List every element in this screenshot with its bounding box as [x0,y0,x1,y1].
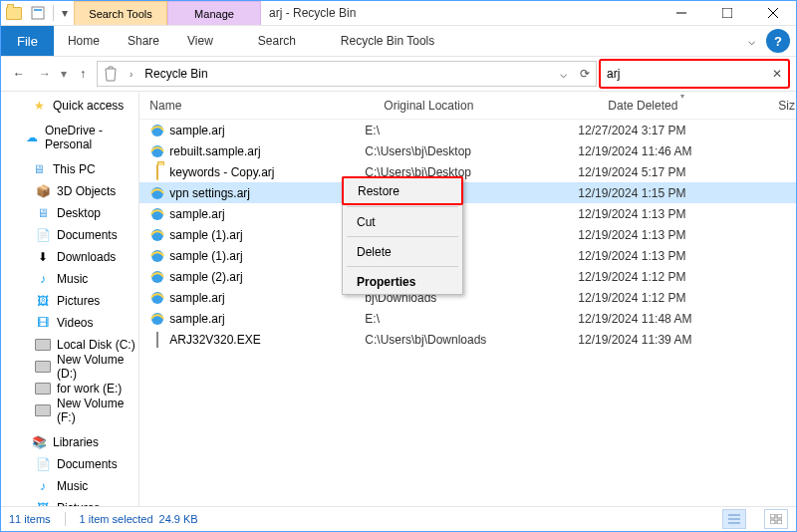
ctx-cut[interactable]: Cut [343,209,462,234]
file-tab[interactable]: File [1,26,54,56]
properties-quick-icon[interactable] [29,4,47,22]
sidebar-pictures[interactable]: 🖼Pictures [1,290,138,312]
details-view-button[interactable] [722,509,746,529]
file-row[interactable]: sample (1).arjbj\Downloads12/19/2024 1:1… [139,245,796,266]
refresh-icon[interactable]: ⟳ [574,63,596,85]
file-row[interactable]: sample.arjE:\12/27/2024 3:17 PM [139,120,796,140]
status-item-count: 11 items [9,513,51,525]
this-pc[interactable]: 🖥This PC [1,158,138,180]
search-ribbon-tab[interactable]: Search [227,26,327,56]
sidebar-desktop[interactable]: 🖥Desktop [1,202,138,224]
onedrive[interactable]: ☁OneDrive - Personal [1,127,138,148]
expand-ribbon-icon[interactable]: ⌵ [736,26,766,56]
file-row[interactable]: sample (2).arjbj\Downloads12/19/2024 1:1… [139,266,796,287]
svg-rect-3 [722,8,732,18]
sidebar-new-volume-f[interactable]: New Volume (F:) [1,399,138,421]
share-tab[interactable]: Share [114,26,173,56]
file-row[interactable]: vpn settings.arjE:\12/19/2024 1:15 PM [139,182,796,203]
file-name: sample (2).arj [167,270,365,284]
svg-rect-18 [770,514,775,518]
address-dropdown-icon[interactable]: ⌵ [552,63,574,85]
file-row[interactable]: rebuilt.sample.arjC:\Users\bj\Desktop12/… [139,140,796,161]
file-row[interactable]: ARJ32V320.EXEC:\Users\bj\Downloads12/19/… [139,329,796,350]
recycle-bin-icon [102,65,120,83]
history-dropdown-icon[interactable]: ▾ [59,62,69,86]
file-original-location: E:\ [365,124,578,137]
ie-icon [149,123,165,138]
status-selected-count: 1 item selected [80,513,153,525]
forward-button[interactable]: → [33,62,57,86]
file-name: rebuilt.sample.arj [167,144,365,158]
qat-dropdown-icon[interactable]: ▾ [60,4,70,22]
sort-desc-icon: ▾ [680,92,684,101]
ctx-restore[interactable]: Restore [342,176,463,205]
ie-icon [149,227,165,243]
file-name: ARJ32V320.EXE [167,333,365,347]
recycle-bin-tools-tab[interactable]: Recycle Bin Tools [327,26,449,56]
file-row[interactable]: sample.arj12/19/2024 1:13 PM [139,203,796,224]
quick-access[interactable]: ★Quick access [1,95,138,117]
col-name[interactable]: Name [139,93,374,119]
file-name: sample (1).arj [167,249,365,263]
search-input[interactable] [605,64,770,84]
sidebar-documents[interactable]: 📄Documents [1,224,138,246]
view-tab[interactable]: View [173,26,227,56]
address-bar[interactable]: › Recycle Bin ⌵ ⟳ [97,61,597,87]
ctx-properties[interactable]: Properties [343,269,462,294]
col-size[interactable]: Siz [768,93,796,119]
manage-tab[interactable]: Manage [167,1,261,25]
file-row[interactable]: sample.arjE:\12/19/2024 11:48 AM [139,308,796,329]
sidebar-music[interactable]: ♪Music [1,268,138,290]
file-name: sample.arj [167,207,365,221]
file-date-deleted: 12/19/2024 1:13 PM [578,249,737,263]
file-date-deleted: 12/19/2024 1:12 PM [578,291,737,305]
file-name: sample (1).arj [167,228,365,242]
close-button[interactable] [750,1,796,25]
file-date-deleted: 12/27/2024 3:17 PM [578,124,737,137]
help-icon[interactable]: ? [766,29,790,53]
maximize-button[interactable] [704,1,750,25]
sidebar-3d-objects[interactable]: 📦3D Objects [1,180,138,202]
file-date-deleted: 12/19/2024 5:17 PM [578,165,737,179]
breadcrumb-recycle-bin[interactable]: Recycle Bin [138,67,213,81]
clear-search-icon[interactable]: ✕ [770,67,784,81]
search-box[interactable]: ✕ [599,59,790,89]
library-music[interactable]: ♪Music [1,475,138,497]
library-documents[interactable]: 📄Documents [1,453,138,475]
file-date-deleted: 12/19/2024 1:12 PM [578,270,737,284]
back-button[interactable]: ← [7,62,31,86]
file-name: sample.arj [167,291,365,305]
svg-rect-0 [32,7,44,19]
ctx-delete[interactable]: Delete [343,239,462,264]
ie-icon [149,269,165,285]
ie-icon [149,143,165,159]
breadcrumb-root[interactable]: › [124,69,138,80]
up-button[interactable]: ↑ [71,62,95,86]
file-row[interactable]: sample.arjbj\Downloads12/19/2024 1:12 PM [139,287,796,308]
file-date-deleted: 12/19/2024 1:13 PM [578,228,737,242]
sidebar-new-volume-d[interactable]: New Volume (D:) [1,356,138,378]
ribbon: File Home Share View Search Recycle Bin … [1,26,796,57]
search-tools-tab[interactable]: Search Tools [74,1,167,25]
context-menu: Restore Cut Delete Properties [342,176,463,295]
home-tab[interactable]: Home [54,26,114,56]
file-date-deleted: 12/19/2024 11:48 AM [578,312,737,326]
status-selected-size: 24.9 KB [159,513,198,525]
navigation-pane[interactable]: ★Quick access ☁OneDrive - Personal 🖥This… [1,93,139,507]
col-date-deleted[interactable]: Date Deleted▾ [598,93,768,119]
libraries[interactable]: 📚Libraries [1,431,138,453]
sidebar-videos[interactable]: 🎞Videos [1,312,138,334]
minimize-button[interactable] [659,1,704,25]
thumbnails-view-button[interactable] [764,509,788,529]
col-original-location[interactable]: Original Location [374,93,598,119]
file-row[interactable]: sample (1).arjbj\Downloads12/19/2024 1:1… [139,224,796,245]
ie-icon [149,206,165,222]
sidebar-downloads[interactable]: ⬇Downloads [1,246,138,268]
title-bar: ▾ Search Tools Manage arj - Recycle Bin [1,1,796,26]
file-row[interactable]: keywords - Copy.arjC:\Users\bj\Desktop12… [139,161,796,182]
file-name: sample.arj [167,312,365,326]
folder-icon[interactable] [5,4,23,22]
svg-rect-21 [777,520,782,524]
file-name: sample.arj [167,124,365,137]
file-date-deleted: 12/19/2024 1:15 PM [578,186,737,200]
